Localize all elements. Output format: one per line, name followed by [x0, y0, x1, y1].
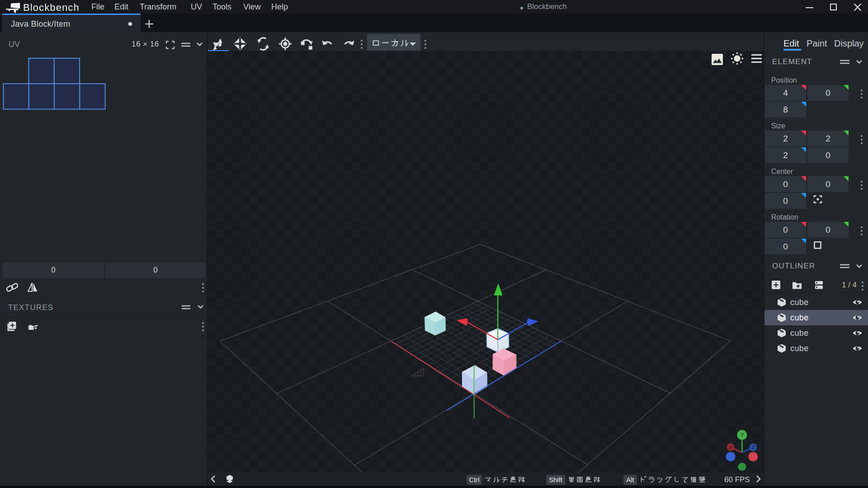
svg-text:Y: Y — [740, 432, 744, 438]
svg-text:X: X — [729, 445, 732, 450]
svg-text:Z: Z — [752, 445, 755, 450]
